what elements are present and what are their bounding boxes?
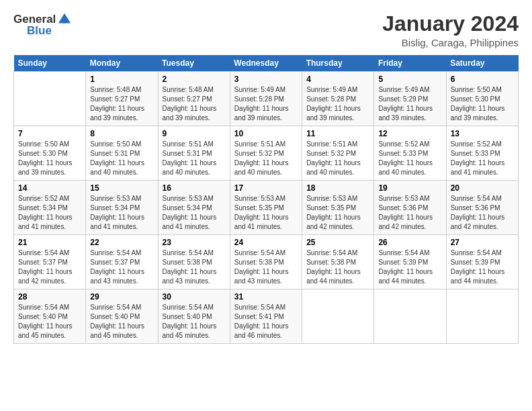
calendar-cell: 2Sunrise: 5:48 AM Sunset: 5:27 PM Daylig… xyxy=(158,72,230,126)
day-number: 25 xyxy=(306,238,369,247)
day-number: 9 xyxy=(163,129,226,138)
day-info: Sunrise: 5:53 AM Sunset: 5:34 PM Dayligh… xyxy=(90,194,153,232)
calendar-cell: 3Sunrise: 5:49 AM Sunset: 5:28 PM Daylig… xyxy=(230,72,302,126)
day-info: Sunrise: 5:49 AM Sunset: 5:28 PM Dayligh… xyxy=(306,85,369,123)
calendar-cell: 26Sunrise: 5:54 AM Sunset: 5:39 PM Dayli… xyxy=(374,235,446,289)
day-number: 18 xyxy=(306,183,369,193)
day-info: Sunrise: 5:54 AM Sunset: 5:37 PM Dayligh… xyxy=(18,248,81,286)
day-info: Sunrise: 5:54 AM Sunset: 5:40 PM Dayligh… xyxy=(163,303,226,340)
calendar-cell: 13Sunrise: 5:52 AM Sunset: 5:33 PM Dayli… xyxy=(446,126,518,181)
day-info: Sunrise: 5:54 AM Sunset: 5:39 PM Dayligh… xyxy=(378,248,441,286)
header: General Blue January 2024 Bislig, Caraga… xyxy=(13,12,519,48)
day-info: Sunrise: 5:48 AM Sunset: 5:27 PM Dayligh… xyxy=(90,85,153,123)
day-number: 23 xyxy=(163,238,226,247)
svg-rect-1 xyxy=(63,19,67,24)
day-header-sunday: Sunday xyxy=(14,55,86,72)
calendar-cell xyxy=(374,289,446,344)
calendar-cell: 9Sunrise: 5:51 AM Sunset: 5:31 PM Daylig… xyxy=(158,126,230,181)
week-row-2: 14Sunrise: 5:52 AM Sunset: 5:34 PM Dayli… xyxy=(14,181,519,235)
calendar-cell: 31Sunrise: 5:54 AM Sunset: 5:41 PM Dayli… xyxy=(230,289,302,344)
day-info: Sunrise: 5:54 AM Sunset: 5:38 PM Dayligh… xyxy=(234,248,298,286)
day-info: Sunrise: 5:54 AM Sunset: 5:38 PM Dayligh… xyxy=(163,248,226,286)
logo-icon xyxy=(57,12,72,27)
calendar-cell: 1Sunrise: 5:48 AM Sunset: 5:27 PM Daylig… xyxy=(86,72,158,126)
calendar-cell: 30Sunrise: 5:54 AM Sunset: 5:40 PM Dayli… xyxy=(158,289,230,344)
day-info: Sunrise: 5:52 AM Sunset: 5:34 PM Dayligh… xyxy=(18,194,81,232)
day-number: 20 xyxy=(451,183,514,193)
day-info: Sunrise: 5:53 AM Sunset: 5:36 PM Dayligh… xyxy=(378,194,441,232)
calendar-cell: 18Sunrise: 5:53 AM Sunset: 5:35 PM Dayli… xyxy=(302,181,374,235)
calendar-cell: 17Sunrise: 5:53 AM Sunset: 5:35 PM Dayli… xyxy=(230,181,302,235)
day-number: 11 xyxy=(306,129,369,138)
calendar-cell: 27Sunrise: 5:54 AM Sunset: 5:39 PM Dayli… xyxy=(446,235,518,289)
calendar-cell: 14Sunrise: 5:52 AM Sunset: 5:34 PM Dayli… xyxy=(14,181,86,235)
day-number: 7 xyxy=(18,129,81,138)
calendar-cell: 22Sunrise: 5:54 AM Sunset: 5:37 PM Dayli… xyxy=(86,235,158,289)
day-info: Sunrise: 5:53 AM Sunset: 5:35 PM Dayligh… xyxy=(234,194,298,232)
day-number: 27 xyxy=(451,238,514,247)
day-number: 14 xyxy=(18,183,81,193)
day-number: 10 xyxy=(234,129,298,138)
day-number: 5 xyxy=(378,75,441,84)
day-number: 26 xyxy=(378,238,441,247)
day-info: Sunrise: 5:54 AM Sunset: 5:38 PM Dayligh… xyxy=(306,248,369,286)
calendar-cell: 24Sunrise: 5:54 AM Sunset: 5:38 PM Dayli… xyxy=(230,235,302,289)
week-row-4: 28Sunrise: 5:54 AM Sunset: 5:40 PM Dayli… xyxy=(14,289,519,344)
day-info: Sunrise: 5:54 AM Sunset: 5:41 PM Dayligh… xyxy=(234,303,298,340)
day-number: 31 xyxy=(234,292,298,302)
day-number: 22 xyxy=(90,238,153,247)
day-info: Sunrise: 5:54 AM Sunset: 5:40 PM Dayligh… xyxy=(18,303,81,340)
day-info: Sunrise: 5:51 AM Sunset: 5:32 PM Dayligh… xyxy=(306,140,369,177)
page: General Blue January 2024 Bislig, Caraga… xyxy=(0,0,532,411)
calendar-cell: 12Sunrise: 5:52 AM Sunset: 5:33 PM Dayli… xyxy=(374,126,446,181)
day-info: Sunrise: 5:52 AM Sunset: 5:33 PM Dayligh… xyxy=(451,140,514,177)
title-block: January 2024 Bislig, Caraga, Philippines xyxy=(382,12,519,48)
day-info: Sunrise: 5:52 AM Sunset: 5:33 PM Dayligh… xyxy=(378,140,441,177)
calendar-cell: 11Sunrise: 5:51 AM Sunset: 5:32 PM Dayli… xyxy=(302,126,374,181)
calendar-cell: 29Sunrise: 5:54 AM Sunset: 5:40 PM Dayli… xyxy=(86,289,158,344)
day-info: Sunrise: 5:49 AM Sunset: 5:28 PM Dayligh… xyxy=(234,85,298,123)
subtitle: Bislig, Caraga, Philippines xyxy=(382,37,519,48)
calendar-cell xyxy=(14,72,86,126)
main-title: January 2024 xyxy=(382,12,519,36)
day-number: 4 xyxy=(306,75,369,84)
day-number: 24 xyxy=(234,238,298,247)
day-info: Sunrise: 5:50 AM Sunset: 5:31 PM Dayligh… xyxy=(90,140,153,177)
day-info: Sunrise: 5:49 AM Sunset: 5:29 PM Dayligh… xyxy=(378,85,441,123)
day-number: 2 xyxy=(163,75,226,84)
day-number: 8 xyxy=(90,129,153,138)
calendar-cell: 6Sunrise: 5:50 AM Sunset: 5:30 PM Daylig… xyxy=(446,72,518,126)
day-info: Sunrise: 5:51 AM Sunset: 5:31 PM Dayligh… xyxy=(163,140,226,177)
day-info: Sunrise: 5:51 AM Sunset: 5:32 PM Dayligh… xyxy=(234,140,298,177)
calendar-cell: 23Sunrise: 5:54 AM Sunset: 5:38 PM Dayli… xyxy=(158,235,230,289)
day-number: 29 xyxy=(90,292,153,302)
day-info: Sunrise: 5:50 AM Sunset: 5:30 PM Dayligh… xyxy=(451,85,514,123)
day-number: 12 xyxy=(378,129,441,138)
calendar-cell: 5Sunrise: 5:49 AM Sunset: 5:29 PM Daylig… xyxy=(374,72,446,126)
day-number: 21 xyxy=(18,238,81,247)
calendar-cell: 20Sunrise: 5:54 AM Sunset: 5:36 PM Dayli… xyxy=(446,181,518,235)
calendar-cell: 25Sunrise: 5:54 AM Sunset: 5:38 PM Dayli… xyxy=(302,235,374,289)
calendar-cell: 21Sunrise: 5:54 AM Sunset: 5:37 PM Dayli… xyxy=(14,235,86,289)
day-info: Sunrise: 5:54 AM Sunset: 5:37 PM Dayligh… xyxy=(90,248,153,286)
day-header-monday: Monday xyxy=(86,55,158,72)
logo: General Blue xyxy=(13,12,72,38)
day-header-thursday: Thursday xyxy=(302,55,374,72)
day-number: 3 xyxy=(234,75,298,84)
day-info: Sunrise: 5:54 AM Sunset: 5:36 PM Dayligh… xyxy=(451,194,514,232)
logo-blue: Blue xyxy=(27,24,52,38)
day-number: 15 xyxy=(90,183,153,193)
day-number: 19 xyxy=(378,183,441,193)
calendar-cell: 10Sunrise: 5:51 AM Sunset: 5:32 PM Dayli… xyxy=(230,126,302,181)
week-row-0: 1Sunrise: 5:48 AM Sunset: 5:27 PM Daylig… xyxy=(14,72,519,126)
calendar-cell: 19Sunrise: 5:53 AM Sunset: 5:36 PM Dayli… xyxy=(374,181,446,235)
day-number: 6 xyxy=(451,75,514,84)
day-header-tuesday: Tuesday xyxy=(158,55,230,72)
calendar-cell: 8Sunrise: 5:50 AM Sunset: 5:31 PM Daylig… xyxy=(86,126,158,181)
day-info: Sunrise: 5:54 AM Sunset: 5:40 PM Dayligh… xyxy=(90,303,153,340)
day-number: 30 xyxy=(163,292,226,302)
day-header-wednesday: Wednesday xyxy=(230,55,302,72)
week-row-1: 7Sunrise: 5:50 AM Sunset: 5:30 PM Daylig… xyxy=(14,126,519,181)
calendar-cell: 28Sunrise: 5:54 AM Sunset: 5:40 PM Dayli… xyxy=(14,289,86,344)
day-header-friday: Friday xyxy=(374,55,446,72)
